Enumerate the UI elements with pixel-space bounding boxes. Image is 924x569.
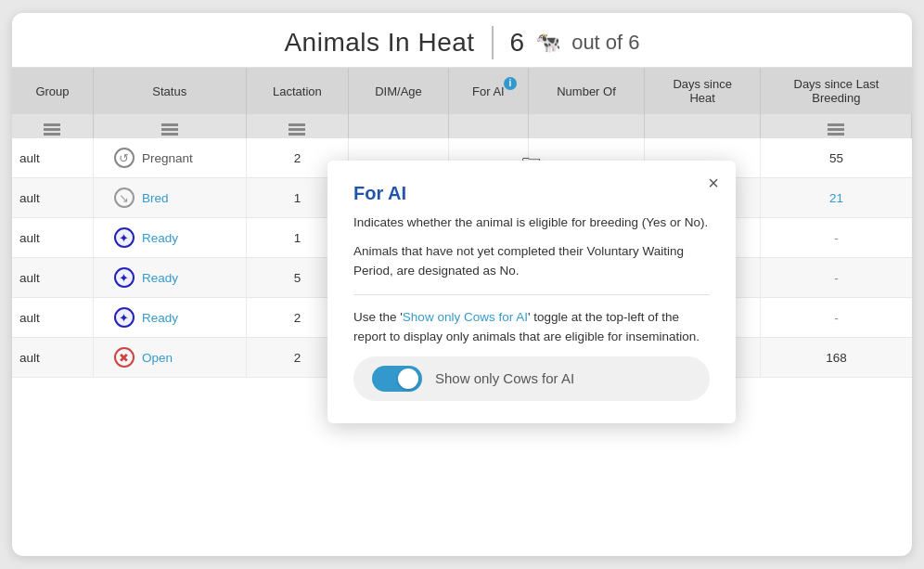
cell-group-1: ault <box>12 138 93 178</box>
header-out-of: out of 6 <box>571 31 639 55</box>
status-icon-ready-5: ✦ <box>114 307 135 328</box>
col-for-ai[interactable]: For AI i <box>448 68 528 114</box>
filter-status[interactable] <box>93 114 246 138</box>
status-icon-open: ✖ <box>114 347 135 368</box>
status-icon-ready-4: ✦ <box>114 267 135 288</box>
popup-text-1: Indicates whether the animal is eligible… <box>353 213 710 233</box>
cow-icon: 🐄 <box>535 31 560 55</box>
status-label-1: Pregnant <box>142 151 193 165</box>
page-title: Animals In Heat <box>284 28 474 58</box>
col-lactation: Lactation <box>246 68 349 114</box>
cell-days-breeding-1: 55 <box>761 138 912 178</box>
status-label-4: Ready <box>142 271 178 285</box>
status-label-5: Ready <box>142 311 178 325</box>
popup-separator <box>353 294 710 295</box>
status-label-6: Open <box>142 351 173 365</box>
table-wrapper: Group Status Lactation DIM/Age For AI i … <box>12 68 912 556</box>
filter-icon-lactation <box>289 128 305 131</box>
filter-icon-status <box>161 128 178 131</box>
col-dim-age: DIM/Age <box>349 68 449 114</box>
for-ai-info-icon[interactable]: i <box>504 77 517 90</box>
filter-days-last[interactable] <box>761 114 912 138</box>
toggle-label: Show only Cows for AI <box>435 370 574 386</box>
cell-status-6: ✖ Open <box>93 338 246 378</box>
header-divider <box>492 26 494 59</box>
cell-status-2: ↘ Bred <box>93 178 246 218</box>
cell-days-breeding-5: - <box>761 298 912 338</box>
cell-group-3: ault <box>12 218 93 258</box>
popup-text-3: Use the 'Show only Cows for AI' toggle a… <box>353 308 710 347</box>
status-label-2: Bred <box>142 191 169 205</box>
toggle-thumb <box>398 369 418 389</box>
status-icon-pregnant: ↺ <box>114 148 135 168</box>
cell-days-breeding-2: 21 <box>761 178 912 218</box>
status-label-3: Ready <box>142 231 178 245</box>
toggle-track[interactable] <box>372 366 422 392</box>
status-icon-ready-3: ✦ <box>114 227 135 248</box>
filter-group[interactable] <box>12 114 93 138</box>
table-header-row: Group Status Lactation DIM/Age For AI i … <box>12 68 912 114</box>
filter-icon-days-last <box>828 128 844 131</box>
cell-status-5: ✦ Ready <box>93 298 246 338</box>
header-count: 6 <box>510 28 525 58</box>
popup-title: For AI <box>353 183 710 204</box>
col-days-since-last-breeding: Days since LastBreeding <box>761 68 912 114</box>
col-status: Status <box>93 68 246 114</box>
cell-group-2: ault <box>12 178 93 218</box>
cell-group-5: ault <box>12 298 93 338</box>
cell-days-breeding-4: - <box>761 258 912 298</box>
cell-status-4: ✦ Ready <box>93 258 246 298</box>
popup-text-2: Animals that have not yet completed thei… <box>353 242 710 281</box>
popup-close-button[interactable]: × <box>708 174 719 192</box>
app-container: Animals In Heat 6 🐄 out of 6 Group Statu… <box>12 13 912 556</box>
cell-days-breeding-6: 168 <box>761 338 912 378</box>
toggle-row: Show only Cows for AI <box>353 356 710 401</box>
cell-group-6: ault <box>12 338 93 378</box>
cell-status-3: ✦ Ready <box>93 218 246 258</box>
col-group: Group <box>12 68 93 114</box>
cell-days-breeding-3: - <box>761 218 912 258</box>
for-ai-popup: × For AI Indicates whether the animal is… <box>327 161 736 423</box>
cell-group-4: ault <box>12 258 93 298</box>
status-icon-bred: ↘ <box>114 188 135 208</box>
col-number-of: Number Of <box>528 68 644 114</box>
col-days-since-heat: Days sinceHeat <box>645 68 761 114</box>
filter-row <box>12 114 912 138</box>
cell-status-1: ↺ Pregnant <box>93 138 246 178</box>
filter-icon-group <box>44 128 60 131</box>
filter-lactation[interactable] <box>246 114 349 138</box>
popup-text-3-link: Show only Cows for AI <box>403 310 528 324</box>
header: Animals In Heat 6 🐄 out of 6 <box>12 13 912 68</box>
